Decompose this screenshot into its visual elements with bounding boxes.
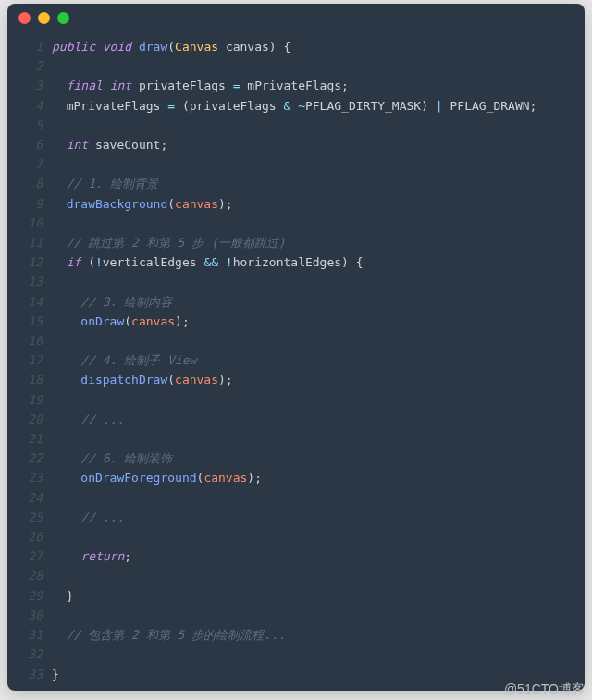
token-op: &&	[204, 255, 218, 269]
token-punc: )	[218, 197, 226, 211]
code-line	[52, 527, 577, 546]
line-number: 16	[7, 331, 43, 350]
token-brace: {	[284, 40, 291, 54]
token-op: !	[226, 255, 233, 269]
token-punc: (	[167, 40, 175, 54]
code-line	[52, 429, 577, 448]
code-line: public void draw(Canvas canvas) {	[52, 37, 577, 56]
token-com: // ...	[80, 510, 124, 524]
code-line: drawBackground(canvas);	[52, 194, 577, 214]
code-area: public void draw(Canvas canvas) { final …	[52, 37, 585, 691]
token-var: mPrivateFlags	[67, 99, 161, 113]
token-op: =	[167, 99, 175, 113]
token-param: canvas	[131, 314, 175, 328]
token-func: dispatchDraw	[80, 373, 167, 387]
token-punc: ;	[341, 79, 349, 92]
code-line: onDraw(canvas);	[52, 312, 577, 331]
code-line: // 4. 绘制子 View	[52, 350, 577, 370]
code-line: // 跳过第 2 和第 5 步 (一般都跳过)	[52, 233, 577, 252]
line-number: 12	[7, 252, 43, 272]
line-number: 6	[7, 135, 43, 154]
token-kw: if	[67, 255, 81, 269]
line-number: 32	[7, 645, 43, 664]
code-line	[52, 56, 577, 76]
line-number: 29	[7, 586, 43, 606]
line-gutter: 1234567891011121314151617181920212223242…	[7, 37, 52, 691]
token-func: onDrawForeground	[80, 471, 196, 485]
line-number: 19	[7, 390, 43, 410]
token-brace: }	[67, 589, 74, 603]
token-var: PFLAG_DIRTY_MASK	[305, 99, 421, 113]
line-number: 11	[7, 233, 43, 252]
line-number: 20	[7, 410, 43, 429]
window-titlebar	[7, 4, 585, 31]
token-punc: (	[88, 255, 95, 269]
token-punc: )	[421, 99, 428, 113]
line-number: 24	[7, 488, 43, 508]
token-com: // 包含第 2 和第 5 步的绘制流程...	[67, 628, 286, 642]
watermark: @51CTO博客	[504, 682, 585, 698]
token-func: drawBackground	[67, 197, 168, 211]
token-com: // 4. 绘制子 View	[80, 353, 196, 367]
line-number: 26	[7, 527, 43, 546]
line-number: 15	[7, 312, 43, 331]
code-line	[52, 116, 577, 135]
code-line: }	[52, 586, 577, 606]
token-param: canvas	[204, 471, 247, 485]
line-number: 31	[7, 625, 43, 645]
token-punc: )	[269, 40, 277, 54]
token-var: privateFlags	[139, 79, 226, 92]
token-param: canvas	[175, 373, 218, 387]
code-line	[52, 154, 577, 174]
token-var: PFLAG_DRAWN	[450, 99, 530, 113]
token-param: canvas	[175, 197, 218, 211]
token-punc: )	[175, 314, 182, 328]
code-window: 1234567891011121314151617181920212223242…	[7, 4, 585, 691]
token-op: =	[233, 79, 240, 92]
line-number: 28	[7, 566, 43, 585]
token-type: int	[67, 138, 88, 152]
token-com: // 跳过第 2 和第 5 步 (一般都跳过)	[67, 236, 286, 250]
line-number: 13	[7, 272, 43, 291]
editor: 1234567891011121314151617181920212223242…	[7, 31, 585, 691]
token-kw: final	[67, 79, 103, 92]
token-punc: )	[341, 255, 349, 269]
token-func: draw	[139, 40, 167, 54]
code-line	[52, 606, 577, 625]
token-func: onDraw	[80, 314, 124, 328]
code-line	[52, 645, 577, 664]
token-punc: (	[167, 197, 175, 211]
line-number: 25	[7, 508, 43, 527]
token-com: // 6. 绘制装饰	[80, 451, 172, 465]
line-number: 21	[7, 429, 43, 448]
code-line: if (!verticalEdges && !horizontalEdges) …	[52, 252, 577, 272]
token-op: &	[283, 99, 290, 113]
token-var: mPrivateFlags	[247, 79, 341, 92]
code-line	[52, 488, 577, 508]
code-line: // 3. 绘制内容	[52, 292, 577, 312]
line-number: 2	[7, 56, 43, 76]
token-punc: ;	[182, 314, 190, 328]
code-line: }	[52, 665, 577, 684]
token-op: ~	[298, 99, 305, 113]
token-brace: }	[52, 668, 59, 682]
token-punc: ;	[226, 197, 233, 211]
token-kw: public	[52, 40, 95, 54]
code-line: return;	[52, 546, 577, 566]
token-kw: return	[80, 549, 124, 563]
zoom-icon[interactable]	[57, 12, 69, 24]
line-number: 7	[7, 154, 43, 174]
minimize-icon[interactable]	[38, 12, 50, 24]
close-icon[interactable]	[18, 12, 31, 24]
token-com: // 3. 绘制内容	[80, 295, 172, 309]
token-type: void	[103, 40, 131, 54]
line-number: 33	[7, 665, 43, 684]
code-line: mPrivateFlags = (privateFlags & ~PFLAG_D…	[52, 96, 577, 116]
token-punc: ;	[160, 138, 167, 152]
code-line	[52, 390, 577, 410]
token-ident: Canvas	[175, 40, 218, 54]
line-number: 5	[7, 116, 43, 135]
code-line: // ...	[52, 410, 577, 429]
code-line: // 包含第 2 和第 5 步的绘制流程...	[52, 625, 577, 645]
token-punc: (	[124, 314, 131, 328]
